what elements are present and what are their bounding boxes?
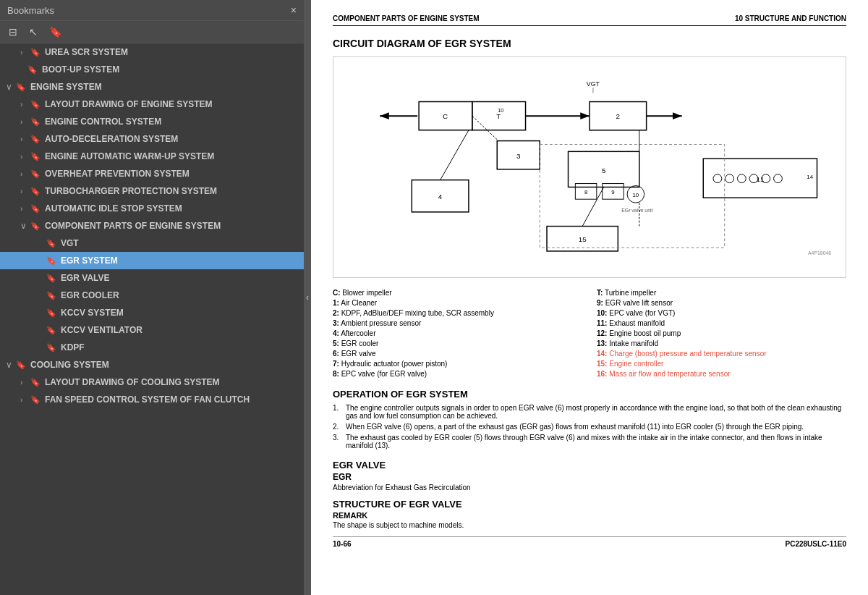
legend-item-11: 11: Exhaust manifold [597,318,846,328]
bookmark-label: ENGINE CONTROL SYSTEM [45,117,161,127]
bookmark-item-egr-valve[interactable]: 🔖 EGR VALVE [0,269,304,287]
legend-item-c: C: Blower impeller [333,288,582,298]
bookmark-icon: 🔖 [30,48,42,57]
legend-item-15: 15: Engine controller [597,359,846,368]
bookmark-item-bootup[interactable]: 🔖 BOOT-UP SYSTEM [0,61,304,78]
bookmark-item-turbo[interactable]: › 🔖 TURBOCHARGER PROTECTION SYSTEM [0,182,304,200]
operation-list: 1. The engine controller outputs signals… [333,404,846,450]
legend-item-3: 3: Ambient pressure sensor [333,318,582,328]
legend-item-5: 5: EGR cooler [333,339,582,348]
bookmark-icon: 🔖 [30,221,42,231]
bookmark-item-overheat[interactable]: › 🔖 OVERHEAT PREVENTION SYSTEM [0,165,304,182]
bookmarks-toolbar: ⊟ ↖ 🔖 [0,21,304,43]
egr-circuit-svg: VGT C T 10 2 [341,64,838,267]
diagram-section-title: CIRCUIT DIAGRAM OF EGR SYSTEM [333,38,846,49]
legend-item-8: 8: EPC valve (for EGR valve) [333,369,582,379]
collapse-all-icon[interactable]: ⊟ [6,25,20,39]
bookmark-label: EGR VALVE [61,273,110,283]
bookmark-item-vgt[interactable]: 🔖 VGT [0,235,304,252]
egr-abbrev: EGR [333,472,846,482]
bookmark-item-kdpf[interactable]: 🔖 KDPF [0,339,304,356]
bookmark-icon: 🔖 [27,65,39,75]
doc-header: COMPONENT PARTS OF ENGINE SYSTEM 10 STRU… [333,14,846,26]
legend-item-9: 9: EGR valve lift sensor [597,298,846,308]
bookmark-item-engine[interactable]: ∨ 🔖 ENGINE SYSTEM [0,78,304,96]
arrow-icon: › [20,118,30,126]
svg-text:T: T [496,112,501,120]
svg-text:VGT: VGT [587,80,600,88]
bookmark-icon: 🔖 [46,291,58,300]
svg-text:C: C [443,112,448,120]
footer-page: 10-66 [333,540,352,548]
bookmark-icon: 🔖 [46,239,58,248]
bookmark-item-cooling[interactable]: ∨ 🔖 COOLING SYSTEM [0,356,304,374]
bookmark-label: EGR SYSTEM [61,256,118,266]
bookmark-item-engine-warmup[interactable]: › 🔖 ENGINE AUTOMATIC WARM-UP SYSTEM [0,148,304,165]
legend-item-t: T: Turbine impeller [597,288,846,298]
egr-diagram: VGT C T 10 2 [333,56,846,278]
bookmark-label: TURBOCHARGER PROTECTION SYSTEM [45,186,217,196]
bookmark-icon: 🔖 [46,274,58,283]
bookmark-item-urea[interactable]: › 🔖 UREA SCR SYSTEM [0,43,304,61]
legend-item-6: 6: EGR valve [333,349,582,358]
bookmark-item-comp-engine[interactable]: ∨ 🔖 COMPONENT PARTS OF ENGINE SYSTEM [0,217,304,235]
arrow-icon: › [20,135,30,143]
arrow-icon: ∨ [20,221,30,231]
legend-item-1: 1: Air Cleaner [333,298,582,308]
bookmark-icon: 🔖 [30,169,42,179]
bookmarks-close-button[interactable]: × [291,4,297,16]
bookmark-label: KCCV SYSTEM [61,308,124,318]
op-item-1: 1. The engine controller outputs signals… [333,404,846,420]
arrow-icon: › [20,48,30,56]
bookmark-item-idle-stop[interactable]: › 🔖 AUTOMATIC IDLE STOP SYSTEM [0,200,304,217]
bookmark-label: BOOT-UP SYSTEM [42,64,119,75]
bookmark-label: OVERHEAT PREVENTION SYSTEM [45,169,190,179]
bookmark-item-fan-speed[interactable]: › 🔖 FAN SPEED CONTROL SYSTEM OF FAN CLUT… [0,391,304,408]
legend-item-16: 16: Mass air flow and temperature sensor [597,369,846,379]
bookmark-item-kccv[interactable]: 🔖 KCCV SYSTEM [0,304,304,321]
svg-text:EGr valve unit: EGr valve unit [621,208,652,213]
doc-footer: 10-66 PC228USLC-11E0 [333,536,846,548]
bookmark-icon: 🔖 [46,326,58,335]
doc-header-left: COMPONENT PARTS OF ENGINE SYSTEM [333,14,480,22]
svg-text:2: 2 [616,112,620,120]
remark-label: REMARK [333,511,846,520]
bookmark-add-icon[interactable]: 🔖 [46,25,64,39]
svg-text:5: 5 [602,166,606,174]
bookmark-label: AUTO-DECELERATION SYSTEM [45,134,178,144]
svg-text:10: 10 [633,192,639,198]
bookmark-icon: 🔖 [46,256,58,266]
legend-item-14: 14: Charge (boost) pressure and temperat… [597,349,846,358]
bookmark-icon: 🔖 [30,152,42,161]
content-inner: COMPONENT PARTS OF ENGINE SYSTEM 10 STRU… [311,0,868,595]
svg-text:4: 4 [438,193,443,201]
bookmark-label: EGR COOLER [61,290,119,300]
bookmark-label: KCCV VENTILATOR [61,325,142,335]
bookmark-item-egr-cooler[interactable]: 🔖 EGR COOLER [0,287,304,304]
svg-text:10: 10 [498,108,503,113]
bookmark-item-egr-system[interactable]: 🔖 EGR SYSTEM [0,252,304,269]
arrow-icon: ∨ [6,82,16,92]
svg-rect-0 [341,73,838,258]
bookmark-item-engine-control[interactable]: › 🔖 ENGINE CONTROL SYSTEM [0,113,304,130]
bookmark-item-kccv-vent[interactable]: 🔖 KCCV VENTILATOR [0,321,304,339]
bookmark-label: UREA SCR SYSTEM [45,47,128,57]
bookmark-item-layout-engine[interactable]: › 🔖 LAYOUT DRAWING OF ENGINE SYSTEM [0,96,304,113]
bookmark-item-layout-cooling[interactable]: › 🔖 LAYOUT DRAWING OF COOLING SYSTEM [0,374,304,391]
panel-collapse-button[interactable]: ‹ [304,0,311,595]
bookmark-item-auto-decel[interactable]: › 🔖 AUTO-DECELERATION SYSTEM [0,130,304,148]
legend-grid: C: Blower impeller T: Turbine impeller 1… [333,288,846,379]
bookmark-icon: 🔖 [46,308,58,318]
bookmark-icon: 🔖 [30,378,42,387]
bookmark-icon: 🔖 [30,204,42,214]
op-item-2: 2. When EGR valve (6) opens, a part of t… [333,423,846,431]
bookmark-label: COOLING SYSTEM [30,360,109,370]
arrow-icon: › [20,101,30,109]
content-panel: COMPONENT PARTS OF ENGINE SYSTEM 10 STRU… [311,0,868,595]
legend-item-2: 2: KDPF, AdBlue/DEF mixing tube, SCR ass… [333,308,582,318]
arrow-icon: › [20,170,30,178]
cursor-icon[interactable]: ↖ [26,25,41,39]
struct-title: STRUCTURE OF EGR VALVE [333,499,846,510]
op-item-3: 3. The exhaust gas cooled by EGR cooler … [333,434,846,450]
egr-valve-title: EGR VALVE [333,460,846,470]
